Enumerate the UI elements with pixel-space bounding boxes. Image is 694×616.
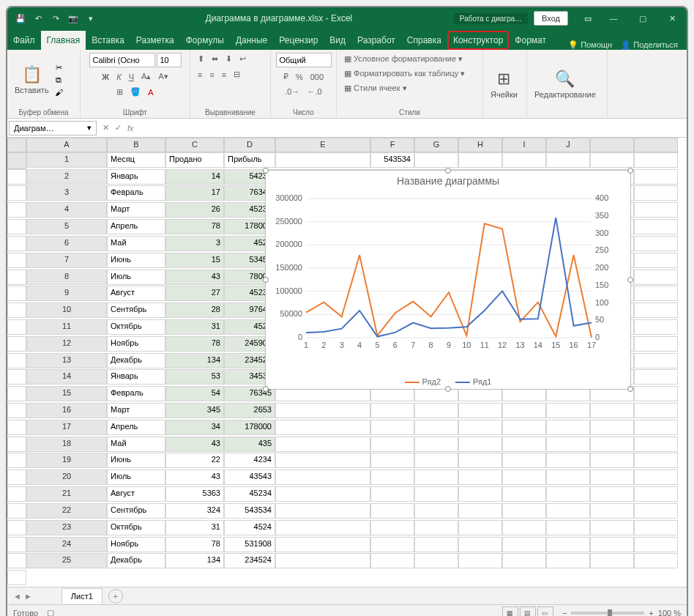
format-as-table-button[interactable]: ▦ Форматировать как таблицу ▾: [341, 67, 468, 80]
row-header[interactable]: 1: [26, 152, 107, 168]
wrap-text-icon[interactable]: ↩: [236, 53, 249, 65]
resize-handle[interactable]: [627, 277, 633, 283]
tab-help[interactable]: Справка: [401, 31, 447, 50]
camera-icon[interactable]: 📷: [66, 11, 81, 26]
row-header[interactable]: 9: [26, 286, 107, 301]
sheet-nav-next-icon[interactable]: ►: [24, 592, 32, 601]
row-header[interactable]: 5: [26, 219, 107, 234]
share-button[interactable]: 👤 Поделиться: [621, 40, 678, 50]
row-header[interactable]: 11: [26, 319, 107, 335]
copy-icon[interactable]: ⧉: [55, 75, 63, 85]
resize-handle[interactable]: [445, 168, 451, 174]
tab-insert[interactable]: Вставка: [86, 31, 130, 50]
row-header[interactable]: 15: [26, 386, 107, 401]
decrease-font-icon[interactable]: A▾: [155, 70, 171, 83]
conditional-format-button[interactable]: ▦ Условное форматирование ▾: [341, 53, 466, 65]
view-normal-icon[interactable]: ▦: [502, 606, 518, 617]
row-header[interactable]: 10: [26, 303, 107, 318]
chart-legend[interactable]: Ряд2 Ряд1: [266, 377, 630, 386]
font-color-button[interactable]: A: [145, 86, 156, 98]
row-header[interactable]: 2: [26, 169, 107, 185]
zoom-level[interactable]: 100 %: [658, 609, 681, 617]
row-header[interactable]: 24: [26, 537, 107, 552]
column-header[interactable]: G: [414, 138, 458, 152]
font-name-combo[interactable]: Calibri (Осно: [89, 53, 155, 67]
minimize-button[interactable]: ―: [599, 7, 628, 29]
close-button[interactable]: ✕: [657, 7, 687, 29]
align-bottom-icon[interactable]: ⬇: [223, 53, 235, 65]
row-header[interactable]: 17: [26, 420, 107, 435]
column-header[interactable]: J: [546, 138, 590, 152]
cut-icon[interactable]: ✂: [55, 63, 63, 73]
row-header[interactable]: 8: [26, 270, 107, 285]
cancel-formula-icon[interactable]: ✕: [102, 123, 109, 133]
merge-icon[interactable]: ⊟: [231, 68, 243, 81]
zoom-in-icon[interactable]: +: [649, 609, 653, 617]
currency-icon[interactable]: ₽: [280, 70, 291, 83]
tab-developer[interactable]: Разработ: [351, 31, 401, 50]
increase-decimal-icon[interactable]: .0→: [282, 86, 302, 97]
paste-button[interactable]: 📋 Вставить: [12, 62, 52, 97]
italic-button[interactable]: К: [113, 71, 124, 83]
row-header[interactable]: 25: [26, 553, 107, 568]
font-size-combo[interactable]: 10: [157, 53, 182, 67]
column-header[interactable]: A: [26, 138, 107, 152]
resize-handle[interactable]: [263, 168, 269, 174]
tab-format[interactable]: Формат: [509, 31, 552, 50]
row-header[interactable]: 3: [26, 185, 107, 201]
underline-button[interactable]: Ч: [126, 71, 137, 83]
row-header[interactable]: 6: [26, 236, 107, 251]
bold-button[interactable]: Ж: [99, 71, 112, 83]
tab-chart-design[interactable]: Конструктор: [447, 31, 509, 50]
undo-icon[interactable]: ↶: [31, 11, 45, 26]
tab-review[interactable]: Рецензир: [273, 31, 324, 50]
resize-handle[interactable]: [627, 168, 633, 174]
add-sheet-button[interactable]: +: [108, 589, 123, 604]
align-top-icon[interactable]: ⬆: [195, 53, 207, 65]
view-page-break-icon[interactable]: ▭: [537, 606, 553, 617]
row-header[interactable]: 16: [26, 403, 107, 418]
save-icon[interactable]: 💾: [13, 11, 28, 26]
tab-layout[interactable]: Разметка: [130, 31, 180, 50]
cells-button[interactable]: ⊞Ячейки: [488, 67, 520, 102]
decrease-decimal-icon[interactable]: ←.0: [305, 86, 325, 97]
row-header[interactable]: 18: [26, 437, 107, 452]
row-header[interactable]: 12: [26, 336, 107, 352]
format-painter-icon[interactable]: 🖌: [55, 88, 63, 97]
increase-font-icon[interactable]: A▴: [138, 70, 154, 83]
align-left-icon[interactable]: ≡: [195, 69, 205, 81]
column-header[interactable]: F: [370, 138, 414, 152]
enter-formula-icon[interactable]: ✓: [115, 123, 122, 133]
row-header[interactable]: 14: [26, 369, 107, 385]
column-header[interactable]: B: [107, 138, 165, 152]
row-header[interactable]: 22: [26, 503, 107, 519]
embedded-chart[interactable]: Название диаграммы 050000100000150000200…: [265, 170, 631, 390]
tell-me-button[interactable]: 💡 Помощн: [568, 40, 612, 50]
border-button[interactable]: ⊞: [113, 86, 126, 98]
cell-styles-button[interactable]: ▦ Стили ячеек ▾: [341, 82, 410, 94]
row-header[interactable]: 13: [26, 353, 107, 368]
chart-title[interactable]: Название диаграммы: [266, 171, 630, 191]
percent-icon[interactable]: %: [293, 71, 306, 83]
qat-dropdown-icon[interactable]: ▾: [83, 11, 98, 26]
view-page-layout-icon[interactable]: ▤: [520, 606, 536, 617]
fx-icon[interactable]: fx: [127, 124, 134, 133]
redo-icon[interactable]: ↷: [48, 11, 63, 26]
maximize-button[interactable]: ▢: [628, 7, 657, 29]
tab-home[interactable]: Главная: [41, 31, 86, 50]
row-header[interactable]: 21: [26, 486, 107, 502]
row-header[interactable]: 20: [26, 470, 107, 485]
resize-handle[interactable]: [263, 386, 269, 392]
login-button[interactable]: Вход: [534, 11, 568, 26]
worksheet-area[interactable]: ABCDEFGHIJ1МесяцПроданоПрибыль5435342Янв…: [7, 138, 687, 587]
comma-icon[interactable]: 000: [307, 71, 327, 83]
row-header[interactable]: 23: [26, 520, 107, 535]
name-box[interactable]: Диаграм…▾: [9, 121, 97, 136]
tab-formulas[interactable]: Формулы: [180, 31, 230, 50]
editing-button[interactable]: 🔍Редактирование: [531, 67, 599, 102]
tab-file[interactable]: Файл: [7, 31, 41, 50]
resize-handle[interactable]: [445, 386, 451, 392]
sheet-tab[interactable]: Лист1: [61, 588, 102, 604]
align-middle-icon[interactable]: ⬌: [209, 53, 221, 65]
resize-handle[interactable]: [263, 277, 269, 283]
